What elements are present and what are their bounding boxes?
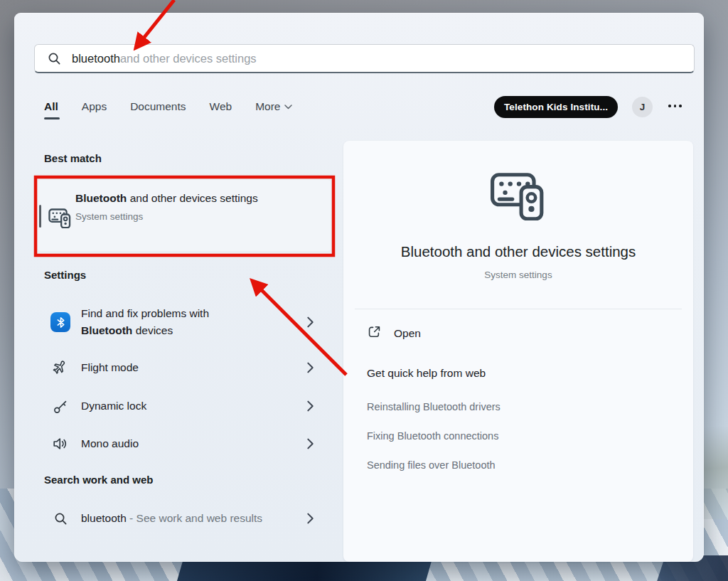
- search-icon: [48, 52, 61, 65]
- selection-indicator: [39, 205, 41, 228]
- settings-item-mono-audio[interactable]: Mono audio: [34, 430, 334, 458]
- chevron-right-icon: [306, 400, 314, 412]
- settings-item-label: Flight mode: [81, 359, 139, 376]
- windows-search-flyout: bluetooth and other devices settings All…: [0, 0, 728, 581]
- best-match-heading: Best match: [44, 152, 102, 164]
- help-link-fix-connections[interactable]: Fixing Bluetooth connections: [367, 430, 498, 442]
- more-options-icon[interactable]: [668, 105, 682, 107]
- airplane-icon: [50, 360, 71, 375]
- search-icon: [50, 512, 71, 526]
- tab-all[interactable]: All: [44, 100, 58, 119]
- key-icon: [50, 399, 71, 414]
- search-web-heading: Search work and web: [44, 474, 153, 486]
- tab-more[interactable]: More: [255, 100, 292, 119]
- web-search-label: bluetooth - See work and web results: [81, 510, 262, 527]
- best-match-subtitle: System settings: [75, 211, 260, 222]
- bluetooth-devices-icon-large: [343, 172, 693, 220]
- avatar[interactable]: J: [632, 97, 653, 117]
- chevron-down-icon: [284, 105, 292, 110]
- org-account-badge[interactable]: Telethon Kids Institu...: [494, 96, 618, 118]
- help-link-reinstall-drivers[interactable]: Reinstalling Bluetooth drivers: [367, 401, 500, 412]
- settings-item-dynamic-lock[interactable]: Dynamic lock: [34, 392, 334, 420]
- search-input[interactable]: bluetooth and other devices settings: [34, 44, 695, 73]
- result-subtitle: System settings: [343, 270, 693, 280]
- result-detail-card: Bluetooth and other devices settings Sys…: [343, 141, 693, 562]
- settings-item-label: Find and fix problems with Bluetooth dev…: [81, 305, 236, 339]
- chevron-right-icon: [306, 513, 314, 525]
- best-match-text: Bluetooth and other devices settings Sys…: [75, 189, 260, 222]
- settings-heading: Settings: [44, 269, 86, 281]
- help-link-send-files[interactable]: Sending files over Bluetooth: [367, 459, 496, 471]
- tab-web[interactable]: Web: [210, 100, 232, 119]
- bluetooth-icon: [50, 312, 71, 332]
- divider: [355, 309, 682, 309]
- open-label: Open: [394, 327, 421, 340]
- result-title: Bluetooth and other devices settings: [343, 243, 693, 260]
- tab-apps[interactable]: Apps: [82, 100, 107, 119]
- chevron-right-icon: [306, 362, 314, 374]
- open-button[interactable]: Open: [367, 324, 421, 342]
- settings-item-label: Mono audio: [81, 435, 139, 452]
- best-match-title-rest: and other devices settings: [127, 192, 257, 204]
- settings-item-flight-mode[interactable]: Flight mode: [34, 353, 334, 382]
- tab-documents[interactable]: Documents: [130, 100, 186, 119]
- chevron-right-icon: [306, 316, 314, 329]
- search-filter-tabs: All Apps Documents Web More: [44, 100, 292, 119]
- web-search-item[interactable]: bluetooth - See work and web results: [34, 504, 334, 533]
- settings-item-bluetooth-troubleshoot[interactable]: Find and fix problems with Bluetooth dev…: [34, 300, 334, 344]
- quick-help-heading: Get quick help from web: [367, 367, 486, 380]
- speaker-icon: [50, 436, 71, 452]
- chevron-right-icon: [306, 438, 314, 450]
- settings-item-label: Dynamic lock: [81, 398, 146, 415]
- bluetooth-devices-icon: [48, 208, 72, 231]
- search-suggestion-text: and other devices settings: [120, 52, 257, 65]
- search-typed-text: bluetooth: [72, 52, 120, 65]
- open-external-icon: [367, 324, 382, 342]
- best-match-title-bold: Bluetooth: [75, 192, 127, 204]
- wallpaper-patch: [702, 427, 728, 519]
